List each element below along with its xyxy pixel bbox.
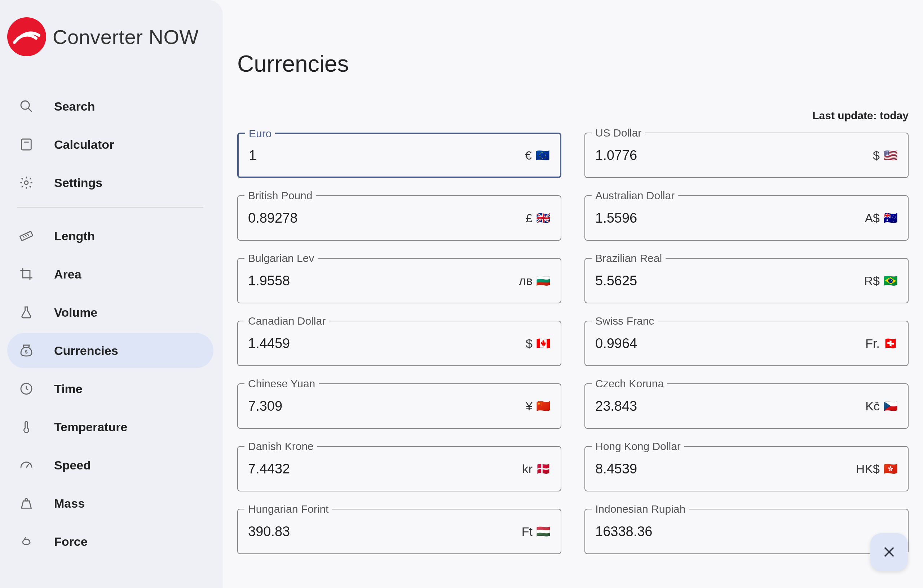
sidebar-item-search[interactable]: Search — [7, 88, 214, 124]
currency-input[interactable] — [248, 273, 519, 288]
currency-suffix: $🇺🇸 — [873, 149, 898, 162]
currency-field[interactable]: Swiss FrancFr.🇨🇭 — [585, 321, 908, 366]
currency-field[interactable]: US Dollar$🇺🇸 — [585, 133, 908, 178]
currency-input[interactable] — [595, 524, 894, 539]
flag-icon: 🇦🇺 — [884, 211, 898, 225]
crop-icon — [19, 267, 34, 282]
currency-grid: Euro€🇪🇺US Dollar$🇺🇸British Pound£🇬🇧Austr… — [237, 133, 908, 554]
app-logo-icon — [7, 17, 46, 56]
currency-field-label: Chinese Yuan — [245, 378, 319, 390]
currency-field[interactable]: Canadian Dollar$🇨🇦 — [237, 321, 562, 366]
currency-field[interactable]: Danish Kronekr🇩🇰 — [237, 446, 562, 491]
currency-field[interactable]: Hungarian ForintFt🇭🇺 — [237, 509, 562, 554]
currency-input[interactable] — [595, 398, 866, 414]
currency-field-label: Czech Koruna — [592, 378, 667, 390]
close-icon — [882, 544, 897, 560]
sidebar-item-mass[interactable]: Mass — [7, 486, 214, 521]
sidebar-item-volume[interactable]: Volume — [7, 295, 214, 330]
sidebar-item-currencies[interactable]: $ Currencies — [7, 333, 214, 368]
sidebar-item-label: Length — [54, 229, 95, 243]
currency-input[interactable] — [595, 210, 865, 226]
currency-symbol: A$ — [865, 211, 880, 225]
currency-input[interactable] — [248, 398, 526, 414]
currency-field[interactable]: Euro€🇪🇺 — [237, 133, 562, 178]
svg-line-17 — [26, 464, 29, 468]
currency-field-label: US Dollar — [592, 127, 645, 139]
currency-suffix: лв🇧🇬 — [519, 274, 550, 288]
ruler-icon — [19, 228, 34, 244]
main-content: Currencies Last update: today Euro€🇪🇺US … — [223, 0, 923, 588]
currency-field[interactable]: Bulgarian Levлв🇧🇬 — [237, 258, 562, 303]
flag-icon: 🇩🇰 — [536, 462, 550, 476]
currency-field[interactable]: Brazilian RealR$🇧🇷 — [585, 258, 908, 303]
currency-input[interactable] — [248, 524, 522, 539]
currency-symbol: Ft — [522, 524, 532, 539]
currency-symbol: HK$ — [856, 462, 880, 476]
svg-text:$: $ — [25, 349, 28, 355]
sidebar-item-settings[interactable]: Settings — [7, 165, 214, 200]
currency-field-label: Canadian Dollar — [245, 315, 329, 327]
currency-field[interactable]: Indonesian Rupiah — [585, 509, 908, 554]
sidebar-item-label: Search — [54, 100, 95, 113]
currency-input[interactable] — [248, 461, 522, 477]
currency-suffix: kr🇩🇰 — [522, 462, 550, 476]
sidebar-item-label: Force — [54, 535, 88, 549]
weight-icon — [19, 496, 34, 511]
sidebar-item-calculator[interactable]: Calculator — [7, 127, 214, 162]
currency-suffix: Fr.🇨🇭 — [866, 336, 898, 351]
search-icon — [19, 99, 34, 114]
currency-suffix: Ft🇭🇺 — [522, 524, 550, 539]
app-name: Converter NOW — [53, 25, 199, 49]
sidebar-item-speed[interactable]: Speed — [7, 447, 214, 483]
last-update-label: Last update: today — [237, 110, 908, 122]
currency-symbol: $ — [526, 336, 532, 351]
currency-input[interactable] — [595, 336, 866, 351]
sidebar-item-length[interactable]: Length — [7, 218, 214, 254]
currency-field[interactable]: Hong Kong DollarHK$🇭🇰 — [585, 446, 908, 491]
currency-field-label: Euro — [245, 128, 275, 140]
sidebar-item-temperature[interactable]: Temperature — [7, 409, 214, 445]
currency-suffix: R$🇧🇷 — [864, 274, 898, 288]
app-logo-row: Converter NOW — [7, 17, 214, 56]
currency-field[interactable]: Czech KorunaKč🇨🇿 — [585, 383, 908, 429]
currency-symbol: Fr. — [866, 336, 880, 351]
currency-suffix: HK$🇭🇰 — [856, 462, 898, 476]
force-icon — [19, 534, 34, 549]
sidebar-item-label: Calculator — [54, 138, 114, 152]
currency-input[interactable] — [595, 273, 864, 288]
currency-field[interactable]: British Pound£🇬🇧 — [237, 195, 562, 241]
currency-suffix: ¥🇨🇳 — [526, 399, 550, 413]
currency-input[interactable] — [595, 461, 856, 477]
currency-symbol: ¥ — [526, 399, 532, 413]
thermometer-icon — [19, 419, 34, 434]
currency-symbol: лв — [519, 274, 532, 288]
currency-input[interactable] — [595, 148, 873, 163]
clock-icon — [19, 381, 34, 396]
currency-symbol: kr — [522, 462, 532, 476]
currency-symbol: Kč — [866, 399, 880, 413]
sidebar-item-label: Temperature — [54, 420, 127, 434]
currency-field-label: Hong Kong Dollar — [592, 440, 684, 452]
sidebar-item-label: Area — [54, 267, 82, 282]
sidebar-item-area[interactable]: Area — [7, 257, 214, 292]
flag-icon: 🇨🇦 — [536, 336, 550, 350]
sidebar-item-time[interactable]: Time — [7, 371, 214, 406]
flag-icon: 🇨🇳 — [536, 399, 550, 413]
clear-button[interactable] — [870, 533, 908, 571]
flag-icon: 🇭🇰 — [884, 462, 898, 476]
sidebar-item-force[interactable]: Force — [7, 524, 214, 559]
flag-icon: 🇭🇺 — [536, 524, 550, 538]
money-bag-icon: $ — [19, 343, 34, 358]
currency-field-label: Danish Krone — [245, 440, 317, 452]
currency-field-label: Indonesian Rupiah — [592, 503, 689, 515]
currency-field[interactable]: Australian DollarA$🇦🇺 — [585, 195, 908, 241]
sidebar-item-label: Mass — [54, 496, 85, 511]
currency-field[interactable]: Chinese Yuan¥🇨🇳 — [237, 383, 562, 429]
currency-input[interactable] — [248, 210, 526, 226]
svg-point-10 — [25, 181, 28, 185]
sidebar-item-label: Volume — [54, 306, 97, 319]
currency-input[interactable] — [249, 148, 525, 163]
currency-input[interactable] — [248, 336, 526, 351]
calculator-icon — [19, 137, 34, 152]
flag-icon: 🇬🇧 — [536, 211, 550, 225]
